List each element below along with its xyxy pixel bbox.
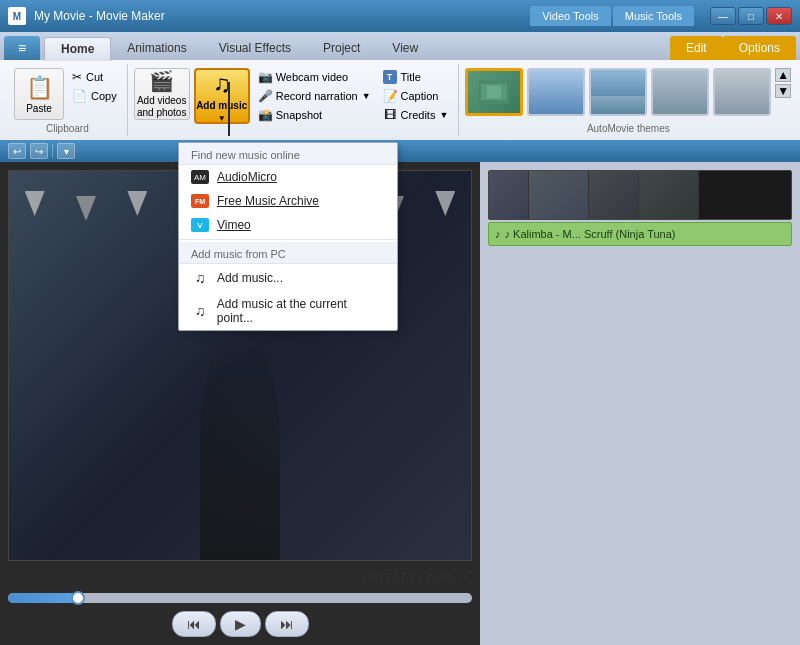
credits-icon: 🎞 (383, 108, 397, 122)
add-music-at-point-icon: ♫ (191, 302, 209, 320)
tab-options[interactable]: Options (723, 36, 796, 60)
snapshot-button[interactable]: 📸 Snapshot (254, 106, 375, 124)
audiomicro-item[interactable]: AM AudioMicro (179, 165, 397, 189)
tab-edit[interactable]: Edit (670, 36, 723, 60)
film-frame-2 (529, 171, 589, 219)
tab-animations[interactable]: Animations (111, 36, 202, 60)
copy-button[interactable]: 📄 Copy (68, 87, 121, 105)
redo-button[interactable]: ↪ (30, 143, 48, 159)
theme-none[interactable] (465, 68, 523, 116)
film-frame-1 (489, 171, 529, 219)
tab-visual-effects[interactable]: Visual Effects (203, 36, 307, 60)
tab-project[interactable]: Project (307, 36, 376, 60)
fma-item[interactable]: FM Free Music Archive (179, 189, 397, 213)
playback-controls: ⏮ ▶ ⏭ (8, 611, 472, 637)
tab-view[interactable]: View (376, 36, 434, 60)
add-music-dropdown: Find new music online AM AudioMicro FM F… (178, 142, 398, 331)
app-title: My Movie - Movie Maker (34, 9, 522, 23)
caption-icon: 📝 (383, 89, 397, 103)
add-media-group-label (134, 132, 453, 136)
add-music-item[interactable]: ♫ Add music... (179, 264, 397, 292)
progress-bar[interactable] (8, 593, 472, 603)
maximize-button[interactable]: □ (738, 7, 764, 25)
undo-button[interactable]: ↩ (8, 143, 26, 159)
pc-music-header: Add music from PC (179, 242, 397, 264)
app-menu-button[interactable]: ≡ (4, 36, 40, 60)
title-bar: M My Movie - Movie Maker Video Tools Mus… (0, 0, 800, 32)
minimize-button[interactable]: — (710, 7, 736, 25)
prev-frame-button[interactable]: ⏮ (172, 611, 216, 637)
tab-video-tools[interactable]: Video Tools (530, 6, 610, 26)
cut-icon: ✂ (72, 70, 82, 84)
quick-access-toolbar: ↩ ↪ ▾ (0, 140, 800, 162)
paste-icon: 📋 (26, 75, 53, 101)
online-music-header: Find new music online (179, 143, 397, 165)
fullscreen-button[interactable]: ⛶ (458, 569, 472, 585)
app-icon: M (8, 7, 26, 25)
ribbon-group-themes: ▲ ▼ AutoMovie themes (459, 64, 797, 136)
bunting-flag-2 (76, 196, 96, 221)
theme-5[interactable] (713, 68, 771, 116)
title-bar-tools: Video Tools Music Tools (530, 6, 694, 26)
menu-divider (179, 239, 397, 240)
paste-button[interactable]: 📋 Paste (14, 68, 64, 120)
ribbon-group-clipboard: 📋 Paste ✂ Cut 📄 Copy Clipboard (8, 64, 128, 136)
webcam-icon: 📷 (258, 70, 272, 84)
credits-button[interactable]: 🎞 Credits ▼ (379, 106, 453, 124)
next-frame-button[interactable]: ⏭ (265, 611, 309, 637)
themes-scroll-up[interactable]: ▲ (775, 68, 791, 82)
close-button[interactable]: ✕ (766, 7, 792, 25)
add-music-button[interactable]: ♫ Add music ▼ (194, 68, 250, 124)
fma-icon: FM (191, 194, 209, 208)
add-music-dropdown-arrow: ▼ (218, 114, 226, 123)
film-strip (488, 170, 792, 220)
music-track[interactable]: ♪ ♪ Kalimba - M... Scruff (Ninja Tuna) (488, 222, 792, 246)
bunting-flag-3 (127, 191, 147, 216)
timeline-panel: ♪ ♪ Kalimba - M... Scruff (Ninja Tuna) (480, 162, 800, 645)
window-controls: — □ ✕ (710, 7, 792, 25)
copy-icon: 📄 (72, 89, 87, 103)
cut-button[interactable]: ✂ Cut (68, 68, 121, 86)
main-content: 00:15.97/01:39.98 ⛶ ⏮ ▶ ⏭ (0, 162, 800, 645)
clipboard-group-label: Clipboard (14, 121, 121, 136)
audiomicro-icon: AM (191, 170, 209, 184)
title-button[interactable]: T Title (379, 68, 453, 86)
qat-menu-button[interactable]: ▾ (57, 143, 75, 159)
add-music-at-point-item[interactable]: ♫ Add music at the current point... (179, 292, 397, 330)
tab-home[interactable]: Home (44, 37, 111, 61)
credits-arrow: ▼ (439, 110, 448, 120)
themes-group-label: AutoMovie themes (465, 121, 791, 136)
add-videos-icon: 🎬 (149, 69, 174, 93)
play-button[interactable]: ▶ (220, 611, 261, 637)
timeline-tracks: ♪ ♪ Kalimba - M... Scruff (Ninja Tuna) (488, 170, 792, 246)
film-frame-3 (589, 171, 639, 219)
progress-fill (8, 593, 78, 603)
theme-3[interactable] (589, 68, 647, 116)
ribbon-content: 📋 Paste ✂ Cut 📄 Copy Clipboard 🎬 Add v (0, 60, 800, 140)
tab-music-tools[interactable]: Music Tools (613, 6, 694, 26)
bunting-flag-9 (435, 191, 455, 216)
progress-thumb[interactable] (71, 591, 85, 605)
record-narration-button[interactable]: 🎤 Record narration ▼ (254, 87, 375, 105)
caption-button[interactable]: 📝 Caption (379, 87, 453, 105)
snapshot-icon: 📸 (258, 108, 272, 122)
vimeo-icon: V (191, 218, 209, 232)
add-videos-button[interactable]: 🎬 Add videos and photos (134, 68, 190, 120)
music-note-icon: ♪ (495, 228, 501, 240)
bunting-flag-1 (25, 191, 45, 216)
microphone-icon: 🎤 (258, 89, 272, 103)
ribbon-tabs: ≡ Home Animations Visual Effects Project… (0, 32, 800, 60)
film-frame-4 (639, 171, 699, 219)
video-figure (200, 327, 280, 560)
record-narration-arrow: ▼ (362, 91, 371, 101)
add-music-item-icon: ♫ (191, 269, 209, 287)
theme-4[interactable] (651, 68, 709, 116)
vimeo-item[interactable]: V Vimeo (179, 213, 397, 237)
themes-nav: ▲ ▼ (775, 68, 791, 98)
title-icon: T (383, 70, 397, 84)
ribbon-group-add-media: 🎬 Add videos and photos ♫ Add music ▼ 📷 … (128, 64, 460, 136)
webcam-video-button[interactable]: 📷 Webcam video (254, 68, 375, 86)
theme-2[interactable] (527, 68, 585, 116)
themes-scroll-down[interactable]: ▼ (775, 84, 791, 98)
qat-separator (52, 144, 53, 158)
